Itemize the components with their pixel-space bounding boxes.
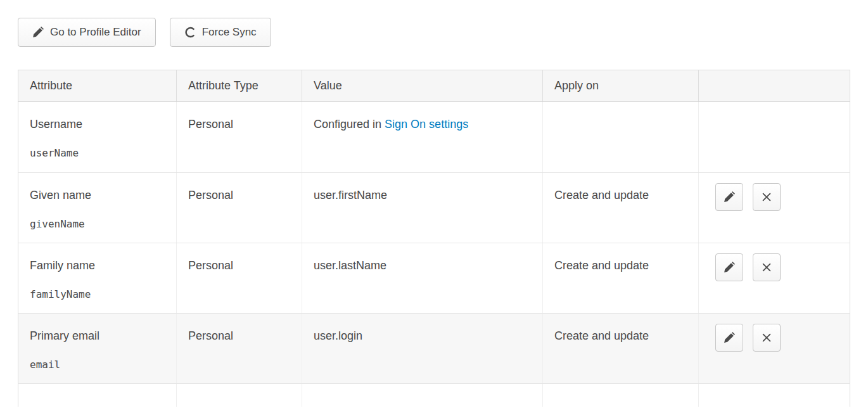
attribute-type-cell: Personal bbox=[177, 314, 302, 384]
value-cell: user.lastName bbox=[302, 243, 543, 314]
apply-on-cell: Create and update bbox=[543, 173, 699, 243]
attribute-mappings-table: Attribute Attribute Type Value Apply on … bbox=[18, 70, 850, 407]
attribute-label: Given name bbox=[30, 188, 165, 203]
toolbar: Go to Profile Editor Force Sync bbox=[18, 18, 850, 47]
apply-on-cell: Create and update bbox=[543, 243, 699, 314]
remove-attribute-button[interactable] bbox=[753, 253, 781, 281]
attribute-cell: Family name familyName bbox=[18, 243, 177, 314]
col-header-actions bbox=[699, 70, 850, 102]
x-icon bbox=[761, 191, 772, 203]
attribute-type-cell: Personal bbox=[177, 243, 302, 314]
apply-on-cell bbox=[543, 102, 699, 173]
apply-on-cell: Create and update bbox=[543, 314, 699, 384]
col-header-attribute-type: Attribute Type bbox=[177, 70, 302, 102]
remove-attribute-button[interactable] bbox=[753, 183, 781, 211]
pencil-icon bbox=[724, 332, 735, 343]
table-row-partial bbox=[18, 384, 850, 407]
pencil-icon bbox=[724, 262, 735, 273]
attribute-label: Primary email bbox=[30, 328, 165, 343]
x-icon bbox=[761, 332, 772, 343]
x-icon bbox=[761, 262, 772, 273]
edit-attribute-button[interactable] bbox=[715, 253, 743, 281]
table-header-row: Attribute Attribute Type Value Apply on bbox=[18, 70, 850, 102]
value-cell: user.login bbox=[302, 314, 543, 384]
attribute-type-cell: Personal bbox=[177, 173, 302, 243]
remove-attribute-button[interactable] bbox=[753, 324, 781, 352]
attribute-code: userName bbox=[30, 146, 165, 161]
attribute-code: email bbox=[30, 357, 165, 373]
value-cell: user.firstName bbox=[302, 173, 543, 243]
col-header-value: Value bbox=[302, 70, 543, 102]
refresh-icon bbox=[184, 27, 196, 38]
force-sync-button[interactable]: Force Sync bbox=[170, 18, 271, 47]
attribute-label: Family name bbox=[30, 258, 165, 273]
go-to-profile-editor-label: Go to Profile Editor bbox=[50, 26, 141, 39]
attribute-type-cell: Personal bbox=[177, 102, 302, 173]
attribute-cell: Primary email email bbox=[18, 314, 177, 384]
actions-cell bbox=[699, 243, 850, 314]
pencil-icon bbox=[32, 27, 44, 38]
col-header-apply-on: Apply on bbox=[543, 70, 699, 102]
force-sync-label: Force Sync bbox=[202, 26, 257, 39]
attribute-code: familyName bbox=[30, 287, 165, 302]
go-to-profile-editor-button[interactable]: Go to Profile Editor bbox=[18, 18, 156, 47]
edit-attribute-button[interactable] bbox=[715, 324, 743, 352]
table-row-primary-email: Primary email email Personal user.login … bbox=[18, 314, 850, 384]
table-row-given-name: Given name givenName Personal user.first… bbox=[18, 173, 850, 243]
table-row-username: Username userName Personal Configured in… bbox=[18, 102, 850, 173]
attribute-cell: Given name givenName bbox=[18, 173, 177, 243]
actions-cell bbox=[699, 173, 850, 243]
table-row-family-name: Family name familyName Personal user.las… bbox=[18, 243, 850, 314]
value-prefix: Configured in bbox=[314, 118, 385, 131]
attribute-code: givenName bbox=[30, 217, 165, 232]
edit-attribute-button[interactable] bbox=[715, 183, 743, 211]
actions-cell bbox=[699, 314, 850, 384]
sign-on-settings-link[interactable]: Sign On settings bbox=[385, 118, 468, 131]
actions-cell bbox=[699, 102, 850, 173]
value-cell: Configured in Sign On settings bbox=[302, 102, 543, 173]
col-header-attribute: Attribute bbox=[18, 70, 177, 102]
attribute-label: Username bbox=[30, 117, 165, 132]
pencil-icon bbox=[724, 191, 735, 203]
attribute-cell: Username userName bbox=[18, 102, 177, 173]
